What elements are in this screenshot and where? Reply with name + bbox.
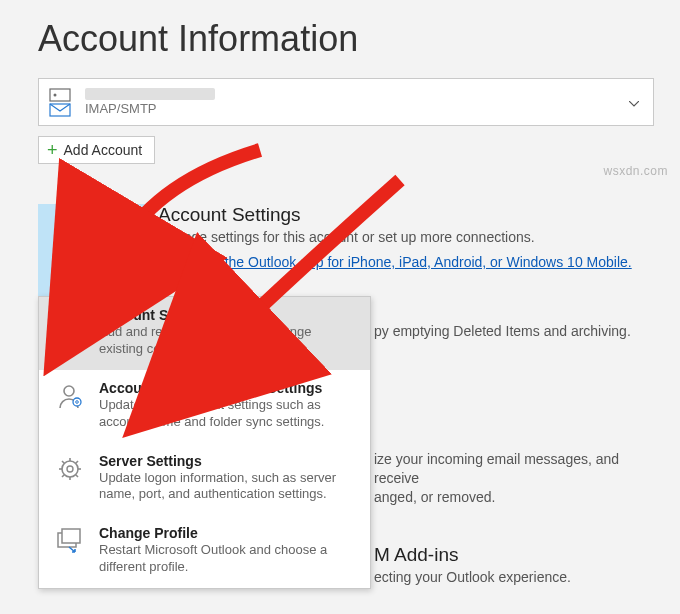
caret-down-icon — [629, 93, 639, 111]
svg-point-15 — [73, 325, 81, 333]
user-gear-icon — [53, 380, 87, 431]
account-selector[interactable]: IMAP/SMTP — [38, 78, 654, 126]
svg-line-11 — [104, 240, 105, 241]
user-gear-icon — [53, 307, 87, 358]
add-account-button[interactable]: + Add Account — [38, 136, 155, 164]
account-settings-dropdown-button[interactable]: Account Settings — [38, 204, 146, 296]
svg-line-10 — [97, 233, 98, 234]
section-desc: Change settings for this account or set … — [158, 228, 654, 247]
menu-item-server-settings[interactable]: Server Settings Update logon information… — [39, 443, 370, 516]
svg-line-12 — [104, 233, 105, 234]
account-type: IMAP/SMTP — [85, 102, 215, 116]
section-title: Account Settings — [158, 204, 654, 226]
svg-point-3 — [85, 216, 99, 230]
svg-point-18 — [73, 398, 81, 406]
addins-desc-fragment: ecting your Outlook experience. — [374, 568, 654, 587]
menu-item-account-settings[interactable]: Account Settings... Add and remove accou… — [39, 297, 370, 370]
svg-point-1 — [54, 93, 57, 96]
page-title: Account Information — [38, 18, 680, 60]
svg-point-21 — [67, 466, 73, 472]
section-account-settings: Account Settings Change settings for thi… — [158, 204, 654, 271]
add-account-label: Add Account — [64, 142, 143, 158]
mailbox-icon — [49, 88, 71, 117]
account-settings-menu: Account Settings... Add and remove accou… — [38, 296, 371, 589]
menu-item-name-sync[interactable]: Account Name and Sync Settings Update ba… — [39, 370, 370, 443]
menu-title: Account Name and Sync Settings — [99, 380, 358, 396]
change-profile-icon — [53, 525, 87, 576]
menu-item-change-profile[interactable]: Change Profile Restart Microsoft Outlook… — [39, 515, 370, 588]
svg-line-27 — [76, 475, 78, 477]
svg-line-29 — [62, 475, 64, 477]
rules-desc-fragment-1: ize your incoming email messages, and re… — [374, 450, 654, 488]
account-info: IMAP/SMTP — [85, 88, 215, 116]
menu-desc: Restart Microsoft Outlook and choose a d… — [99, 542, 358, 576]
svg-line-28 — [76, 461, 78, 463]
menu-desc: Add and remove accounts or change existi… — [99, 324, 358, 358]
svg-rect-31 — [62, 529, 80, 543]
plus-icon: + — [47, 143, 58, 157]
svg-point-14 — [64, 313, 74, 323]
menu-title: Account Settings... — [99, 307, 358, 323]
get-outlook-app-link[interactable]: Get the Outlook app for iPhone, iPad, An… — [198, 254, 631, 270]
mailbox-desc-fragment: py emptying Deleted Items and archiving. — [374, 322, 654, 341]
svg-point-20 — [62, 461, 78, 477]
svg-point-17 — [64, 386, 74, 396]
user-gear-icon — [73, 211, 111, 252]
menu-title: Change Profile — [99, 525, 358, 541]
account-email-redacted — [85, 88, 215, 100]
menu-title: Server Settings — [99, 453, 358, 469]
menu-desc: Update basic account settings such as ac… — [99, 397, 358, 431]
account-settings-button-label: Account Settings — [63, 258, 122, 289]
addins-title-fragment: M Add-ins — [374, 544, 654, 566]
svg-line-13 — [97, 240, 98, 241]
rules-desc-fragment-2: anged, or removed. — [374, 488, 654, 507]
svg-line-26 — [62, 461, 64, 463]
menu-desc: Update logon information, such as server… — [99, 470, 358, 504]
svg-rect-0 — [50, 89, 70, 101]
gear-icon — [53, 453, 87, 504]
watermark: wsxdn.com — [603, 164, 668, 178]
